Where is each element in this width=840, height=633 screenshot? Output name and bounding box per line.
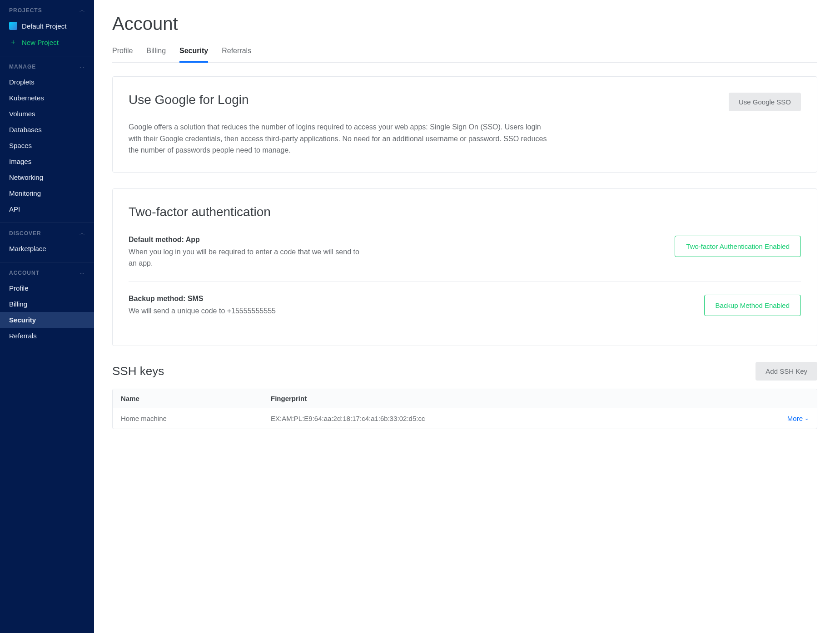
sidebar-item-images[interactable]: Images [0, 153, 94, 169]
tab-profile[interactable]: Profile [112, 47, 133, 63]
sidebar-item-label: Images [9, 158, 31, 165]
sidebar-item-volumes[interactable]: Volumes [0, 106, 94, 122]
ssh-key-name: Home machine [113, 408, 263, 429]
sidebar-item-label: API [9, 205, 20, 213]
ssh-col-fingerprint: Fingerprint [263, 389, 762, 408]
sidebar-item-new-project[interactable]: + New Project [0, 34, 94, 50]
ssh-title: SSH keys [112, 364, 164, 378]
sidebar-section-discover: DISCOVER ︿ Marketplace [0, 223, 94, 262]
sso-card: Use Google for Login Use Google SSO Goog… [112, 76, 817, 173]
ssh-table-header: Name Fingerprint [113, 389, 817, 408]
sidebar-header-discover[interactable]: DISCOVER ︿ [0, 223, 94, 241]
main-content: Account Profile Billing Security Referra… [94, 0, 840, 633]
sidebar-item-label: Default Project [22, 22, 66, 30]
sidebar-section-projects: PROJECTS ︿ Default Project + New Project [0, 0, 94, 56]
sidebar-item-label: Monitoring [9, 189, 41, 197]
sidebar-item-databases[interactable]: Databases [0, 122, 94, 138]
sidebar-header-label: PROJECTS [9, 7, 42, 14]
tab-security[interactable]: Security [179, 47, 208, 63]
sidebar-item-marketplace[interactable]: Marketplace [0, 241, 94, 257]
tfa-title: Two-factor authentication [129, 205, 801, 219]
sidebar-header-manage[interactable]: MANAGE ︿ [0, 56, 94, 74]
sidebar-item-label: Kubernetes [9, 94, 44, 102]
sidebar-item-label: Droplets [9, 78, 35, 86]
sidebar-item-label: New Project [22, 39, 59, 46]
tfa-backup-label: Backup method: SMS [129, 295, 276, 303]
sidebar-item-referrals[interactable]: Referrals [0, 328, 94, 344]
tab-billing[interactable]: Billing [146, 47, 166, 63]
sidebar-item-profile[interactable]: Profile [0, 280, 94, 296]
sso-description: Google offers a solution that reduces th… [129, 121, 551, 156]
sidebar-item-label: Security [9, 316, 36, 324]
sidebar-item-label: Marketplace [9, 245, 46, 252]
sidebar-header-label: MANAGE [9, 64, 36, 70]
tfa-enabled-button[interactable]: Two-factor Authentication Enabled [675, 236, 801, 257]
sidebar-item-label: Networking [9, 173, 43, 181]
ssh-table: Name Fingerprint Home machine EX:AM:PL:E… [112, 389, 817, 429]
sidebar-item-billing[interactable]: Billing [0, 296, 94, 312]
sidebar-item-label: Billing [9, 300, 27, 308]
sidebar-item-label: Referrals [9, 332, 37, 340]
sidebar-item-kubernetes[interactable]: Kubernetes [0, 90, 94, 106]
sidebar: PROJECTS ︿ Default Project + New Project… [0, 0, 94, 633]
sidebar-header-label: DISCOVER [9, 230, 41, 237]
sidebar-item-security[interactable]: Security [0, 312, 94, 328]
tfa-default-label: Default method: App [129, 236, 365, 244]
add-ssh-key-button[interactable]: Add SSH Key [756, 362, 817, 381]
ssh-key-fingerprint: EX:AM:PL:E9:64:aa:2d:18:17:c4:a1:6b:33:0… [263, 408, 762, 429]
backup-enabled-button[interactable]: Backup Method Enabled [704, 295, 801, 316]
sidebar-item-api[interactable]: API [0, 201, 94, 217]
chevron-up-icon: ︿ [80, 63, 85, 70]
sidebar-item-label: Spaces [9, 142, 32, 149]
sso-title: Use Google for Login [129, 93, 249, 107]
ssh-section: SSH keys Add SSH Key Name Fingerprint Ho… [112, 362, 817, 429]
sidebar-item-monitoring[interactable]: Monitoring [0, 185, 94, 201]
sidebar-item-label: Volumes [9, 110, 35, 118]
ssh-table-row: Home machine EX:AM:PL:E9:64:aa:2d:18:17:… [113, 408, 817, 429]
sidebar-header-projects[interactable]: PROJECTS ︿ [0, 0, 94, 18]
ssh-more-button[interactable]: More ⌄ [787, 415, 809, 422]
sidebar-item-default-project[interactable]: Default Project [0, 18, 94, 34]
chevron-down-icon: ⌄ [805, 415, 809, 421]
sidebar-section-manage: MANAGE ︿ Droplets Kubernetes Volumes Dat… [0, 56, 94, 223]
tfa-card: Two-factor authentication Default method… [112, 188, 817, 346]
ssh-col-name: Name [113, 389, 263, 408]
sidebar-item-label: Profile [9, 284, 29, 292]
tfa-default-desc: When you log in you will be required to … [129, 247, 365, 269]
tfa-default-row: Default method: App When you log in you … [129, 232, 801, 282]
tfa-backup-desc: We will send a unique code to +155555555… [129, 306, 276, 317]
use-google-sso-button[interactable]: Use Google SSO [729, 93, 801, 111]
sidebar-item-label: Databases [9, 126, 42, 134]
plus-icon: + [9, 38, 17, 46]
page-title: Account [112, 14, 817, 34]
chevron-up-icon: ︿ [80, 229, 85, 237]
project-icon [9, 22, 17, 30]
more-label: More [787, 415, 803, 422]
sidebar-item-networking[interactable]: Networking [0, 169, 94, 185]
tabs: Profile Billing Security Referrals [112, 47, 817, 63]
tab-referrals[interactable]: Referrals [222, 47, 251, 63]
sidebar-header-label: ACCOUNT [9, 270, 40, 276]
chevron-up-icon: ︿ [80, 269, 85, 277]
sidebar-item-spaces[interactable]: Spaces [0, 138, 94, 153]
sidebar-item-droplets[interactable]: Droplets [0, 74, 94, 90]
chevron-up-icon: ︿ [80, 6, 85, 14]
sidebar-header-account[interactable]: ACCOUNT ︿ [0, 262, 94, 280]
tfa-backup-row: Backup method: SMS We will send a unique… [129, 282, 801, 330]
sidebar-section-account: ACCOUNT ︿ Profile Billing Security Refer… [0, 262, 94, 349]
